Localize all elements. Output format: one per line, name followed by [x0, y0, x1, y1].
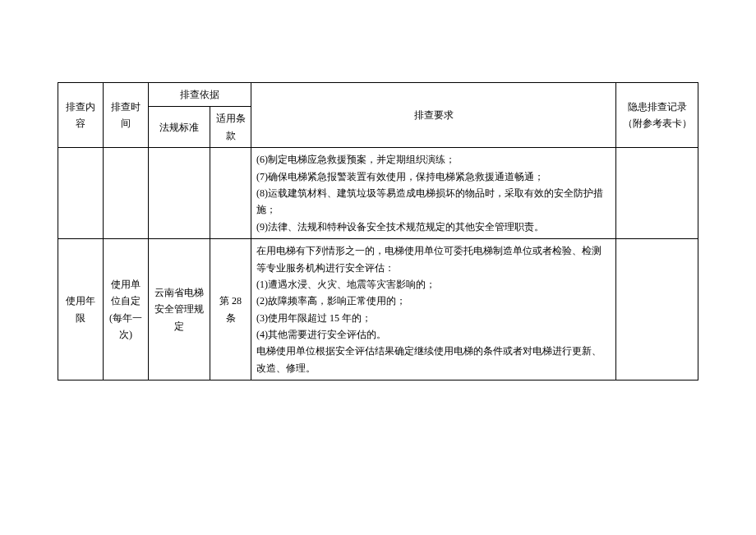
cell-std [149, 148, 210, 239]
table-header-row: 排查内容 排查时间 排查依据 排查要求 隐患排查记录（附参考表卡） [58, 83, 698, 107]
header-requirement: 排查要求 [251, 83, 616, 148]
table-row: 使用年限 使用单位自定(每年一次) 云南省电梯安全管理规定 第 28 条 在用电… [58, 239, 698, 380]
cell-clause: 第 28 条 [210, 239, 251, 380]
cell-requirement: (6)制定电梯应急救援预案，并定期组织演练；(7)确保电梯紧急报警装置有效使用，… [251, 148, 616, 239]
cell-time: 使用单位自定(每年一次) [104, 239, 149, 380]
cell-record [616, 239, 698, 380]
header-time: 排查时间 [104, 83, 149, 148]
cell-requirement: 在用电梯有下列情形之一的，电梯使用单位可委托电梯制造单位或者检验、检测等专业服务… [251, 239, 616, 380]
table-row: (6)制定电梯应急救援预案，并定期组织演练；(7)确保电梯紧急报警装置有效使用，… [58, 148, 698, 239]
header-basis-std: 法规标准 [149, 107, 210, 148]
cell-time [104, 148, 149, 239]
header-basis-group: 排查依据 [149, 83, 251, 107]
cell-record [616, 148, 698, 239]
cell-clause [210, 148, 251, 239]
header-record: 隐患排查记录（附参考表卡） [616, 83, 698, 148]
cell-content: 使用年限 [58, 239, 104, 380]
cell-std: 云南省电梯安全管理规定 [149, 239, 210, 380]
cell-content [58, 148, 104, 239]
header-content: 排查内容 [58, 83, 104, 148]
inspection-table: 排查内容 排查时间 排查依据 排查要求 隐患排查记录（附参考表卡） 法规标准 适… [58, 82, 698, 380]
header-basis-clause: 适用条款 [210, 107, 251, 148]
